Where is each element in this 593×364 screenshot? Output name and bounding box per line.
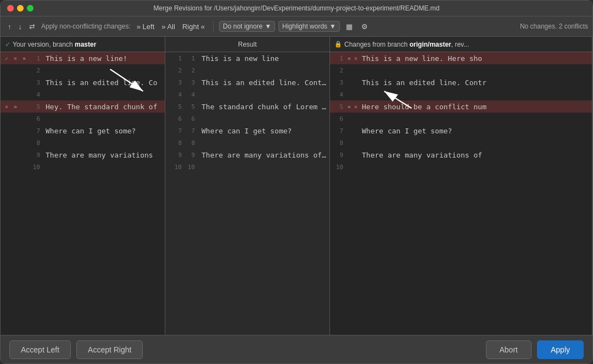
right-gutter-10: 10 [330,164,359,171]
back-icon-r5[interactable]: « [346,104,352,110]
reject-icon-r1[interactable]: × [353,55,359,61]
mid-nums-10: 10 10 [165,164,198,171]
left-line-10: 10 [1,161,165,173]
mid-line-10: 10 10 [165,161,329,173]
left-linenum-6: 6 [29,115,42,122]
right-gutter-8: 8 [330,139,359,147]
apply-all-button[interactable]: » All [159,21,178,32]
mid-leftnum-7: 7 [171,127,182,135]
settings-button[interactable]: ⚙ [359,21,371,32]
window-title: Merge Revisions for /Users/jahongirr/Dev… [154,4,440,12]
mid-leftnum-6: 6 [171,115,182,122]
left-linenum-10: 10 [29,164,42,171]
status-area: No changes. 2 conflicts [520,23,588,30]
forward-icon-l5[interactable]: » [12,104,19,110]
mid-rightnum-5: 5 [184,103,195,110]
left-linecontent-9: There are many variations [42,151,165,159]
toolbar: ↑ ↓ ⇄ Apply non-conflicting changes: » L… [1,16,592,37]
right-linecontent-3: This is an edited line. Contr [359,79,592,87]
minimize-button[interactable] [17,5,24,12]
back-icon-r1[interactable]: « [346,55,352,61]
mid-nums-2: 2 2 [165,67,198,74]
right-gutter-2: 2 [330,67,359,74]
mid-content-7: Where can I get some? [198,127,329,135]
left-linenum-9: 9 [29,152,42,159]
maximize-button[interactable] [27,5,33,12]
reject-icon-r5[interactable]: × [353,104,359,110]
left-line-5: × » 5 Hey. The standard chunk of [1,100,165,113]
mid-rightnum-8: 8 [184,139,195,147]
apply-label: Apply non-conflicting changes: [41,23,131,30]
middle-panel: 1 1 This is a new line 2 2 3 3 This is a… [165,52,330,335]
mid-content-5: The standard chunk of Lorem Ip [198,103,329,111]
mid-content-3: This is an edited line. Contra [198,79,329,87]
right-linenum-10: 10 [332,164,345,171]
accept-left-button[interactable]: Accept Left [9,340,71,359]
left-line-1: ✓ × » 1 This is a new line! [1,52,165,64]
forward-icon-l1[interactable]: » [20,55,28,61]
left-line-3: 3 This is an edited line. Co [1,76,165,88]
column-headers: ✓ Your version, branch master Result 🔒 C… [1,37,592,52]
mid-nums-5: 5 5 [165,103,198,110]
right-linenum-2: 2 [332,67,345,74]
navigation-group: ↑ ↓ ⇄ [5,21,38,32]
left-linecontent-5: Hey. The standard chunk of [42,103,165,111]
right-linenum-4: 4 [332,91,345,98]
left-line-9: 9 There are many variations [1,149,165,161]
bottom-bar: Accept Left Accept Right Abort Apply [1,335,592,363]
mid-leftnum-4: 4 [171,91,182,98]
mid-line-7: 7 7 Where can I get some? [165,125,329,137]
right-linecontent-1: This is a new line. Here sho [359,54,592,63]
abort-button[interactable]: Abort [486,340,532,359]
mid-leftnum-9: 9 [171,152,182,159]
mid-leftnum-1: 1 [171,55,182,62]
mid-rightnum-7: 7 [184,127,195,135]
ignore-dropdown[interactable]: Do not ignore ▼ [219,21,275,32]
traffic-lights [7,5,33,12]
mid-line-3: 3 3 This is an edited line. Contra [165,76,329,88]
right-line-5: 5 « × Here should be a conflict num [330,100,592,113]
merge-icon-button[interactable]: ⇄ [26,21,38,32]
right-linecontent-5: Here should be a conflict num [359,103,592,111]
right-linecontent-7: Where can I get some? [359,127,592,135]
mid-line-2: 2 2 [165,64,329,76]
left-line-4: 4 [1,88,165,100]
right-gutter-1: 1 « × [330,55,359,62]
middle-header-text: Result [238,41,256,48]
right-line-9: 9 There are many variations of [330,149,592,161]
mid-content-1: This is a new line [198,54,329,63]
right-gutter-6: 6 [330,115,359,122]
reject-icon-l1[interactable]: × [12,55,19,61]
right-linenum-3: 3 [332,79,345,86]
right-linecontent-9: There are many variations of [359,151,592,159]
accept-icon-l1[interactable]: ✓ [3,55,10,61]
status-text: No changes. 2 conflicts [520,23,588,30]
apply-group: » Left » All Right « [134,21,208,32]
right-panel: 1 « × This is a new line. Here sho 2 3 T… [330,52,592,335]
left-gutter-5: × » [1,104,29,110]
prev-conflict-button[interactable]: ↑ [5,21,14,32]
mid-line-4: 4 4 [165,88,329,100]
apply-button[interactable]: Apply [537,340,584,359]
right-gutter-7: 7 [330,127,359,135]
mid-rightnum-4: 4 [184,91,195,98]
apply-left-button[interactable]: » Left [134,21,158,32]
mid-nums-8: 8 8 [165,139,198,147]
left-linecontent-1: This is a new line! [42,54,165,63]
close-button[interactable] [7,5,14,12]
right-line-10: 10 [330,161,592,173]
right-gutter-3: 3 [330,79,359,86]
accept-right-button[interactable]: Accept Right [76,340,143,359]
grid-view-button[interactable]: ▦ [343,21,355,32]
highlight-dropdown[interactable]: Highlight words ▼ [278,21,340,32]
lock-icon: 🔒 [334,41,342,48]
title-bar: Merge Revisions for /Users/jahongirr/Dev… [1,1,592,16]
mid-rightnum-3: 3 [184,79,195,86]
middle-column-header: Result [165,37,330,52]
apply-right-button[interactable]: Right « [180,21,208,32]
next-conflict-button[interactable]: ↓ [16,21,25,32]
mid-line-5: 5 5 The standard chunk of Lorem Ip [165,100,329,113]
reject-icon-l5[interactable]: × [3,104,10,110]
left-linenum-1: 1 [29,55,42,62]
left-line-8: 8 [1,137,165,149]
